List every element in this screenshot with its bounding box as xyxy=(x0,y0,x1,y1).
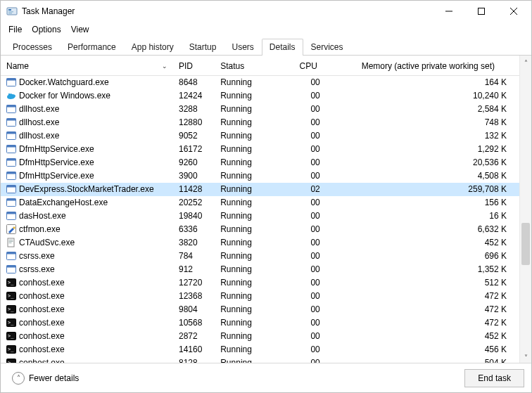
maximize-button[interactable] xyxy=(465,1,498,22)
cell-status: Running xyxy=(215,236,293,250)
table-row[interactable]: Docker for Windows.exe12424Running0010,2… xyxy=(1,89,519,103)
svg-text:>_: >_ xyxy=(8,333,14,339)
menu-file[interactable]: File xyxy=(5,23,25,36)
window-title: Task Manager xyxy=(22,6,75,16)
vertical-scrollbar[interactable]: ˄ ˅ xyxy=(519,56,531,363)
close-button[interactable] xyxy=(498,1,530,22)
cell-name: DataExchangeHost.exe xyxy=(1,196,173,210)
col-pid[interactable]: PID xyxy=(173,58,215,76)
svg-rect-36 xyxy=(7,252,16,255)
process-name: CTAudSvc.exe xyxy=(19,238,75,247)
tab-startup[interactable]: Startup xyxy=(182,39,224,55)
col-name[interactable]: Name⌄ xyxy=(1,58,173,76)
process-name: Docker for Windows.exe xyxy=(19,91,110,101)
cell-cpu: 00 xyxy=(293,143,336,156)
table-row[interactable]: dllhost.exe12880Running00748 K xyxy=(1,116,519,129)
sort-indicator-icon: ⌄ xyxy=(162,63,167,70)
col-cpu[interactable]: CPU xyxy=(293,58,336,76)
table-row[interactable]: Docker.Watchguard.exe8648Running00164 K xyxy=(1,76,519,89)
table-row[interactable]: dllhost.exe3288Running002,584 K xyxy=(1,103,519,116)
menu-view[interactable]: View xyxy=(68,23,93,36)
table-row[interactable]: >_conhost.exe10568Running00472 K xyxy=(1,316,519,330)
tab-details[interactable]: Details xyxy=(262,39,303,55)
cell-memory: 472 K xyxy=(337,290,519,303)
cell-name: dllhost.exe xyxy=(1,103,173,116)
cell-cpu: 00 xyxy=(293,76,336,89)
cell-pid: 16172 xyxy=(173,143,215,156)
cell-name: CTAudSvc.exe xyxy=(1,236,173,250)
col-memory[interactable]: Memory (active private working set) xyxy=(337,58,519,76)
table-row[interactable]: DfmHttpService.exe16172Running001,292 K xyxy=(1,143,519,156)
table-row[interactable]: >_conhost.exe8128Running00504 K xyxy=(1,356,519,363)
cell-memory: 164 K xyxy=(337,76,519,89)
console-icon: >_ xyxy=(6,304,16,314)
cell-name: DfmHttpService.exe xyxy=(1,156,173,169)
process-table: Name⌄ PID Status CPU Memory (active priv… xyxy=(1,58,519,363)
tab-services[interactable]: Services xyxy=(303,39,351,55)
scroll-track[interactable] xyxy=(520,68,531,353)
cell-pid: 12880 xyxy=(173,116,215,129)
tab-processes[interactable]: Processes xyxy=(5,39,60,55)
table-row[interactable]: >_conhost.exe2872Running00452 K xyxy=(1,330,519,343)
process-name: DevExpress.StockMarketTrader.exe xyxy=(19,184,154,194)
table-row[interactable]: >_conhost.exe12720Running00512 K xyxy=(1,276,519,290)
table-row[interactable]: >_conhost.exe12368Running00472 K xyxy=(1,290,519,303)
app-icon xyxy=(6,171,16,181)
svg-rect-38 xyxy=(7,266,16,268)
cell-memory: 2,584 K xyxy=(337,103,519,116)
table-row[interactable]: DfmHttpService.exe9260Running0020,536 K xyxy=(1,156,519,169)
console-icon: >_ xyxy=(6,331,16,341)
svg-rect-19 xyxy=(7,146,16,148)
cell-status: Running xyxy=(215,103,293,116)
cell-cpu: 00 xyxy=(293,303,336,316)
table-row[interactable]: dasHost.exe19840Running0016 K xyxy=(1,210,519,223)
cell-name: >_conhost.exe xyxy=(1,330,173,343)
svg-rect-33 xyxy=(9,241,13,242)
cell-status: Running xyxy=(215,169,293,183)
cell-name: >_conhost.exe xyxy=(1,276,173,290)
table-row[interactable]: DataExchangeHost.exe20252Running00156 K xyxy=(1,196,519,210)
table-row[interactable]: ctfmon.exe6336Running006,632 K xyxy=(1,223,519,236)
tab-apphistory[interactable]: App history xyxy=(124,39,182,55)
process-name: DfmHttpService.exe xyxy=(19,157,94,167)
column-header-row: Name⌄ PID Status CPU Memory (active priv… xyxy=(1,58,519,76)
table-row[interactable]: DevExpress.StockMarketTrader.exe11428Run… xyxy=(1,183,519,196)
tab-users[interactable]: Users xyxy=(224,39,261,55)
tab-performance[interactable]: Performance xyxy=(60,39,124,55)
table-row[interactable]: CTAudSvc.exe3820Running00452 K xyxy=(1,236,519,250)
menu-options[interactable]: Options xyxy=(28,23,64,36)
table-row[interactable]: csrss.exe912Running001,352 K xyxy=(1,263,519,276)
table-row[interactable]: dllhost.exe9052Running00132 K xyxy=(1,129,519,143)
cell-memory: 452 K xyxy=(337,330,519,343)
fewer-details-toggle[interactable]: ˄ Fewer details xyxy=(8,369,83,387)
cell-pid: 9052 xyxy=(173,129,215,143)
minimize-button[interactable] xyxy=(433,1,465,22)
cell-pid: 912 xyxy=(173,263,215,276)
app-icon xyxy=(6,144,16,154)
cell-cpu: 00 xyxy=(293,103,336,116)
table-row[interactable]: DfmHttpService.exe3900Running004,508 K xyxy=(1,169,519,183)
scroll-down-icon[interactable]: ˅ xyxy=(524,353,528,363)
cell-name: >_conhost.exe xyxy=(1,343,173,356)
col-status[interactable]: Status xyxy=(215,58,293,76)
table-row[interactable]: >_conhost.exe9804Running00472 K xyxy=(1,303,519,316)
cell-status: Running xyxy=(215,263,293,276)
cell-memory: 1,292 K xyxy=(337,143,519,156)
cell-name: Docker for Windows.exe xyxy=(1,89,173,103)
process-name: DataExchangeHost.exe xyxy=(19,198,108,207)
fewer-details-label: Fewer details xyxy=(29,373,79,383)
cell-memory: 512 K xyxy=(337,276,519,290)
cell-status: Running xyxy=(215,156,293,169)
cell-status: Running xyxy=(215,250,293,263)
tab-strip: Processes Performance App history Startu… xyxy=(1,39,531,56)
cell-memory: 472 K xyxy=(337,316,519,330)
cell-status: Running xyxy=(215,356,293,363)
cell-pid: 6336 xyxy=(173,223,215,236)
end-task-button[interactable]: End task xyxy=(464,369,524,387)
scroll-thumb[interactable] xyxy=(521,223,530,265)
scroll-up-icon[interactable]: ˄ xyxy=(524,58,528,68)
table-row[interactable]: >_conhost.exe14160Running00456 K xyxy=(1,343,519,356)
table-row[interactable]: csrss.exe784Running00696 K xyxy=(1,250,519,263)
cell-pid: 3820 xyxy=(173,236,215,250)
cell-pid: 8648 xyxy=(173,76,215,89)
